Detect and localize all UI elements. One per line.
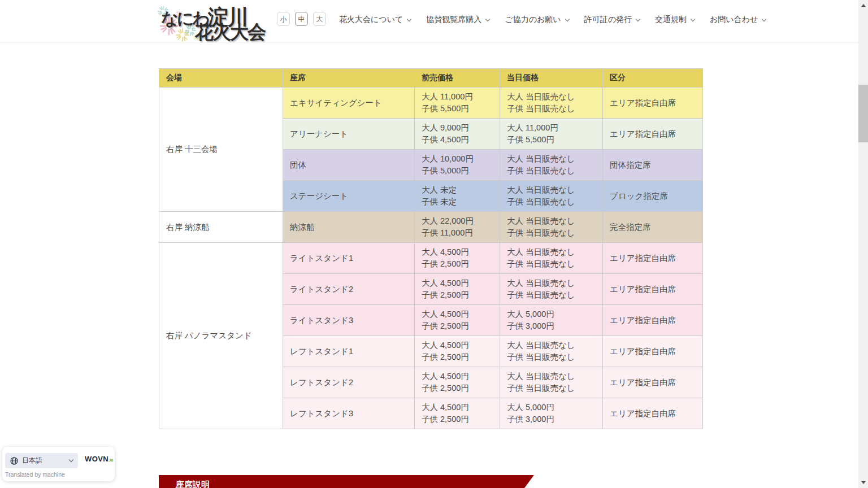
column-header: 区分	[603, 69, 703, 88]
advance-price-child: 子供 2,500円	[422, 351, 493, 363]
day-price-cell: 大人 11,000円子供 5,500円	[500, 119, 603, 150]
category-cell: エリア指定自由席	[603, 119, 703, 150]
nav-item-label: 許可証の発行	[584, 15, 632, 25]
nav-item[interactable]: 交通規制	[655, 15, 695, 25]
day-price-adult: 大人 当日販売なし	[507, 184, 596, 196]
advance-price-cell: 大人 10,000円子供 5,000円	[415, 150, 500, 181]
nav-item-label: お問い合わせ	[710, 15, 758, 25]
column-header: 座席	[283, 69, 415, 88]
day-price-child: 子供 当日販売なし	[507, 258, 596, 270]
font-size-button-大[interactable]: 大	[313, 12, 326, 26]
seat-cell: レフトスタンド2	[283, 367, 415, 398]
advance-price-adult: 大人 4,500円	[422, 277, 493, 289]
site-header: なにわ淀川 花火大会 小中大 花火大会について協賛観覧席購入ご協力のお願い許可証…	[0, 0, 858, 42]
day-price-child: 子供 3,000円	[507, 413, 596, 425]
advance-price-adult: 大人 未定	[422, 184, 493, 196]
venue-cell: 右岸 十三会場	[159, 88, 283, 212]
selected-language-label: 日本語	[22, 456, 42, 465]
advance-price-child: 子供 2,500円	[422, 413, 493, 425]
day-price-adult: 大人 当日販売なし	[507, 277, 596, 289]
nav-item-label: 交通規制	[655, 15, 687, 25]
nav-item[interactable]: 許可証の発行	[584, 15, 640, 25]
advance-price-child: 子供 2,500円	[422, 258, 493, 270]
day-price-cell: 大人 当日販売なし子供 当日販売なし	[500, 212, 603, 243]
advance-price-adult: 大人 9,000円	[422, 122, 493, 134]
day-price-cell: 大人 当日販売なし子供 当日販売なし	[500, 88, 603, 119]
price-table-body: 右岸 十三会場エキサイティングシート大人 11,000円子供 5,500円大人 …	[159, 88, 703, 429]
advance-price-cell: 大人 9,000円子供 4,500円	[415, 119, 500, 150]
category-cell: エリア指定自由席	[603, 274, 703, 305]
category-cell: エリア指定自由席	[603, 243, 703, 274]
day-price-child: 子供 当日販売なし	[507, 196, 596, 208]
advance-price-adult: 大人 22,000円	[422, 215, 493, 227]
category-cell: 団体指定席	[603, 150, 703, 181]
main-nav: 花火大会について協賛観覧席購入ご協力のお願い許可証の発行交通規制お問い合わせ	[339, 15, 766, 25]
venue-cell: 右岸 納涼船	[159, 212, 283, 243]
nav-item[interactable]: 花火大会について	[339, 15, 411, 25]
font-size-button-小[interactable]: 小	[277, 12, 290, 26]
nav-item[interactable]: 協賛観覧席購入	[426, 15, 489, 25]
seat-description-banner-label: 座席説明	[176, 480, 210, 488]
category-cell: エリア指定自由席	[603, 398, 703, 429]
advance-price-adult: 大人 4,500円	[422, 371, 493, 382]
site-logo[interactable]: なにわ淀川 花火大会	[160, 1, 279, 41]
advance-price-cell: 大人 11,000円子供 5,500円	[415, 88, 500, 119]
scroll-down-arrow[interactable]	[858, 478, 868, 487]
day-price-child: 子供 当日販売なし	[507, 227, 596, 239]
nav-item[interactable]: お問い合わせ	[710, 15, 766, 25]
seat-description-banner: 座席説明	[159, 475, 534, 488]
venue-cell: 右岸 パノラマスタンド	[159, 243, 283, 429]
scrollbar-thumb[interactable]	[858, 85, 868, 142]
advance-price-adult: 大人 4,500円	[422, 308, 493, 320]
day-price-adult: 大人 当日販売なし	[507, 153, 596, 165]
category-cell: エリア指定自由席	[603, 367, 703, 398]
day-price-adult: 大人 当日販売なし	[507, 215, 596, 227]
vertical-scrollbar[interactable]	[858, 0, 868, 488]
seat-cell: 団体	[283, 150, 415, 181]
seat-price-table: 会場座席前売価格当日価格区分 右岸 十三会場エキサイティングシート大人 11,0…	[159, 68, 703, 429]
chevron-down-icon	[565, 16, 569, 21]
nav-item-label: 花火大会について	[339, 15, 403, 25]
column-header: 会場	[159, 69, 283, 88]
column-header: 前売価格	[415, 69, 500, 88]
chevron-down-icon	[407, 16, 411, 21]
wovn-logo-suffix: .io	[108, 458, 113, 462]
advance-price-adult: 大人 10,000円	[422, 153, 493, 165]
seat-cell: ライトスタンド3	[283, 305, 415, 336]
advance-price-child: 子供 5,000円	[422, 165, 493, 177]
day-price-adult: 大人 当日販売なし	[507, 246, 596, 258]
day-price-cell: 大人 当日販売なし子供 当日販売なし	[500, 336, 603, 367]
category-cell: 完全指定席	[603, 212, 703, 243]
day-price-child: 子供 当日販売なし	[507, 382, 596, 394]
chevron-down-icon	[691, 16, 695, 21]
wovn-logo[interactable]: WOVN.io	[85, 455, 113, 463]
day-price-adult: 大人 当日販売なし	[507, 91, 596, 103]
day-price-child: 子供 当日販売なし	[507, 351, 596, 363]
font-size-button-中[interactable]: 中	[295, 12, 308, 26]
seat-cell: ライトスタンド1	[283, 243, 415, 274]
category-cell: エリア指定自由席	[603, 305, 703, 336]
chevron-down-icon	[485, 16, 490, 21]
logo-text-line2: 花火大会	[195, 20, 265, 45]
day-price-cell: 大人 5,000円子供 3,000円	[500, 305, 603, 336]
advance-price-adult: 大人 4,500円	[422, 339, 493, 351]
globe-icon	[10, 457, 18, 465]
seat-cell: レフトスタンド3	[283, 398, 415, 429]
advance-price-cell: 大人 4,500円子供 2,500円	[415, 305, 500, 336]
day-price-child: 子供 当日販売なし	[507, 165, 596, 177]
chevron-down-icon	[762, 16, 766, 21]
category-cell: エリア指定自由席	[603, 336, 703, 367]
day-price-cell: 大人 当日販売なし子供 当日販売なし	[500, 243, 603, 274]
language-selector[interactable]: 日本語	[5, 453, 78, 468]
day-price-adult: 大人 当日販売なし	[507, 371, 596, 382]
scroll-up-arrow[interactable]	[858, 1, 868, 10]
advance-price-cell: 大人 未定子供 未定	[415, 181, 500, 212]
advance-price-child: 子供 2,500円	[422, 289, 493, 301]
seat-cell: ライトスタンド2	[283, 274, 415, 305]
column-header: 当日価格	[500, 69, 603, 88]
nav-item[interactable]: ご協力のお願い	[505, 15, 568, 25]
advance-price-cell: 大人 4,500円子供 2,500円	[415, 336, 500, 367]
day-price-cell: 大人 当日販売なし子供 当日販売なし	[500, 274, 603, 305]
nav-item-label: 協賛観覧席購入	[426, 15, 481, 25]
advance-price-child: 子供 11,000円	[422, 227, 493, 239]
